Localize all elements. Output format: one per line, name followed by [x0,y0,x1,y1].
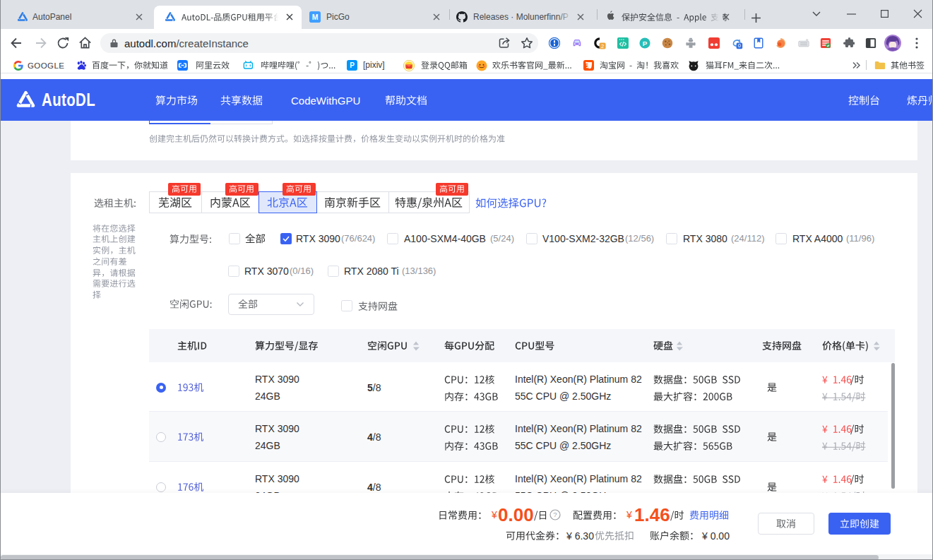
svg-text:P: P [350,61,355,69]
svg-text:?: ? [553,511,557,518]
svg-text:M: M [312,13,319,21]
svg-text:2: 2 [601,43,604,49]
svg-text:P: P [643,40,648,47]
svg-text:0: 0 [738,42,741,49]
